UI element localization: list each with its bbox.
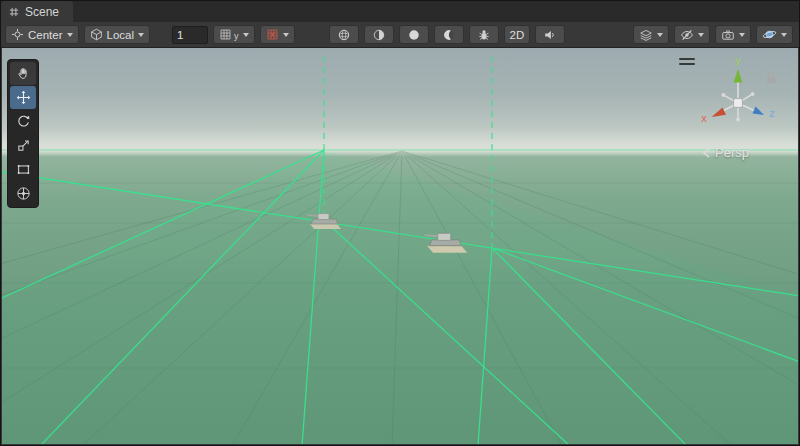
transform-tool[interactable] bbox=[10, 182, 36, 205]
scene-visibility-dropdown[interactable] bbox=[674, 25, 710, 44]
x-axis-cone[interactable] bbox=[712, 108, 727, 118]
pivot-mode-dropdown[interactable]: Center bbox=[5, 25, 79, 44]
chevron-down-icon bbox=[243, 33, 249, 37]
rotate-tool[interactable] bbox=[10, 110, 36, 133]
snap-settings-dropdown[interactable] bbox=[260, 25, 295, 44]
view-hand-tool[interactable] bbox=[10, 62, 36, 85]
scene-viewport[interactable]: y x z Persp bbox=[2, 48, 798, 444]
rect-icon bbox=[16, 162, 31, 177]
cube-icon bbox=[90, 28, 103, 41]
move-arrows-icon bbox=[16, 90, 31, 105]
lock-icon[interactable] bbox=[765, 71, 778, 85]
move-tool[interactable] bbox=[10, 86, 36, 109]
wire-sphere-icon bbox=[337, 28, 351, 42]
chevron-down-icon bbox=[698, 33, 704, 37]
grid-axis-label: y bbox=[234, 31, 239, 41]
audio-toggle[interactable] bbox=[535, 25, 565, 44]
bug-icon bbox=[477, 28, 491, 42]
eye-slash-icon bbox=[680, 28, 694, 42]
chevron-down-icon bbox=[67, 33, 73, 37]
z-axis-label: z bbox=[769, 107, 775, 119]
orbit-globe-icon bbox=[762, 27, 777, 42]
chevron-down-icon bbox=[739, 33, 745, 37]
chevron-left-icon bbox=[702, 147, 711, 159]
scale-tool[interactable] bbox=[10, 134, 36, 157]
tool-palette bbox=[7, 59, 39, 208]
solid-circle-icon bbox=[407, 28, 421, 42]
orientation-label: Local bbox=[107, 29, 135, 41]
gizmo-center-cube[interactable] bbox=[734, 99, 743, 108]
tab-bar: Scene bbox=[1, 1, 799, 22]
pivot-label: Center bbox=[28, 29, 63, 41]
effects-dropdown[interactable] bbox=[633, 25, 669, 44]
scale-icon bbox=[16, 138, 31, 153]
snap-grid-icon bbox=[266, 28, 279, 41]
solid-circle-toggle[interactable] bbox=[399, 25, 429, 44]
scene-toolbar: Center Local y bbox=[1, 22, 799, 48]
hand-icon bbox=[16, 66, 31, 81]
crescent-moon-icon bbox=[442, 28, 456, 42]
bug-toggle[interactable] bbox=[469, 25, 499, 44]
orientation-gizmo[interactable]: y x z bbox=[688, 51, 788, 151]
chevron-down-icon bbox=[657, 33, 663, 37]
grid-icon bbox=[219, 28, 232, 41]
scene-view-window: Scene Center Local y bbox=[0, 0, 800, 446]
rect-tool[interactable] bbox=[10, 158, 36, 181]
toolbar-right-group bbox=[633, 25, 793, 44]
tank-object-large bbox=[425, 233, 467, 252]
y-axis-label: y bbox=[735, 54, 741, 66]
scene-render bbox=[2, 48, 798, 444]
layers-icon bbox=[639, 28, 653, 42]
grid-visibility-dropdown[interactable]: y bbox=[213, 25, 255, 44]
z-axis-cone[interactable] bbox=[753, 107, 765, 115]
chevron-down-icon bbox=[283, 33, 289, 37]
transform-icon bbox=[16, 186, 31, 201]
crosshair-icon bbox=[11, 28, 24, 41]
wire-sphere-toggle[interactable] bbox=[329, 25, 359, 44]
tab-label: Scene bbox=[25, 5, 59, 19]
speaker-icon bbox=[543, 28, 557, 42]
crescent-moon-toggle[interactable] bbox=[434, 25, 464, 44]
2d-mode-toggle[interactable]: 2D bbox=[504, 25, 531, 44]
rotate-icon bbox=[16, 114, 31, 129]
x-axis-label: x bbox=[701, 112, 707, 124]
2d-label: 2D bbox=[510, 29, 525, 41]
projection-toggle[interactable]: Persp bbox=[702, 145, 749, 160]
orientation-dropdown[interactable]: Local bbox=[84, 25, 151, 44]
y-axis-cone[interactable] bbox=[734, 69, 743, 83]
chevron-down-icon bbox=[781, 33, 787, 37]
gizmos-dropdown[interactable] bbox=[756, 25, 793, 44]
shaded-sphere-icon bbox=[372, 28, 386, 42]
scene-tab-grid-icon bbox=[8, 6, 20, 18]
grid-size-input[interactable] bbox=[172, 26, 208, 44]
shaded-sphere-toggle[interactable] bbox=[364, 25, 394, 44]
tab-scene[interactable]: Scene bbox=[1, 1, 73, 22]
tank-object-small bbox=[307, 214, 341, 230]
camera-settings-dropdown[interactable] bbox=[715, 25, 751, 44]
chevron-down-icon bbox=[138, 33, 144, 37]
persp-label: Persp bbox=[715, 145, 749, 160]
camera-icon bbox=[721, 28, 735, 42]
